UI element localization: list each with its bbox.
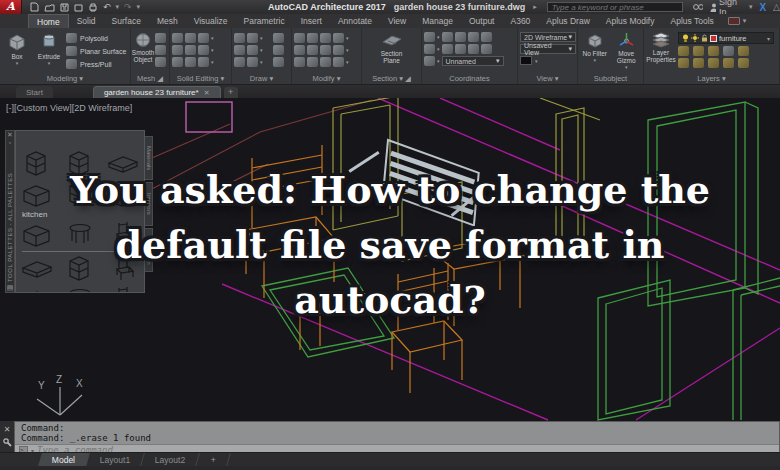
layer-off-icon[interactable] bbox=[708, 46, 719, 56]
layer-dropdown-caret[interactable]: ▾ bbox=[767, 35, 770, 42]
mesh-refine-icon[interactable] bbox=[155, 33, 166, 43]
rotate-icon[interactable] bbox=[307, 33, 318, 43]
hatch-icon[interactable] bbox=[273, 45, 284, 55]
panel-modeling-label[interactable]: Modeling ▾ bbox=[0, 74, 130, 84]
drawing-viewport[interactable]: [-][Custom View][2D Wireframe] ✕ ▫ TOOL … bbox=[0, 98, 780, 421]
no-filter-button[interactable]: No Filter ▾ bbox=[581, 30, 609, 74]
layer-on-bulb-icon[interactable] bbox=[682, 34, 689, 43]
spline-icon[interactable] bbox=[234, 57, 245, 67]
no-filter-caret[interactable]: ▾ bbox=[593, 58, 596, 64]
interfere-icon[interactable] bbox=[185, 45, 196, 55]
smooth-object-button[interactable]: Smooth Object bbox=[133, 30, 153, 74]
ucs-icon-toggle[interactable] bbox=[424, 56, 435, 66]
ucs-name-dropdown[interactable]: Unnamed▾ bbox=[442, 56, 504, 66]
slice-icon[interactable] bbox=[185, 57, 196, 67]
tab-parametric[interactable]: Parametric bbox=[236, 14, 293, 28]
panel-modify-label[interactable]: Modify ▾ bbox=[292, 74, 361, 84]
ribbon-display-caret[interactable]: ▾ bbox=[743, 17, 747, 25]
tab-surface[interactable]: Surface bbox=[104, 14, 149, 28]
plot-icon[interactable] bbox=[88, 3, 98, 12]
command-close-icon[interactable]: ✕ bbox=[4, 425, 11, 434]
scale-icon[interactable] bbox=[307, 45, 318, 55]
view-thumbnail-icon[interactable] bbox=[520, 56, 532, 65]
fillet-icon[interactable] bbox=[333, 45, 344, 55]
copy-icon[interactable] bbox=[333, 33, 344, 43]
press-pull-button[interactable]: Press/Pull bbox=[66, 59, 126, 69]
planar-surface-button[interactable]: Planar Surface bbox=[66, 46, 126, 56]
named-view-dropdown[interactable]: Unsaved View▾ bbox=[520, 44, 576, 54]
visual-style-dropdown[interactable]: 2D Wireframe▾ bbox=[520, 32, 576, 42]
ucs-previous-icon[interactable] bbox=[424, 44, 435, 54]
panel-layers-label[interactable]: Layers ▾ bbox=[644, 74, 779, 84]
polyline-icon[interactable] bbox=[234, 45, 245, 55]
undo-icon[interactable]: ↶ bbox=[103, 2, 111, 12]
panel-section-label[interactable]: Section ▾ ◢ bbox=[362, 74, 421, 84]
tab-aplus-modify[interactable]: Aplus Modify bbox=[598, 14, 663, 28]
mirror-icon[interactable] bbox=[294, 45, 305, 55]
tab-layout1[interactable]: Layout1 bbox=[86, 453, 145, 466]
panel-mesh-label[interactable]: Mesh ◢ bbox=[131, 74, 169, 84]
layer-match-icon[interactable] bbox=[738, 46, 749, 56]
extrude-button[interactable]: Extrude ▾ bbox=[34, 30, 64, 74]
tab-a360[interactable]: A360 bbox=[502, 14, 538, 28]
tab-aplus-tools[interactable]: Aplus Tools bbox=[662, 14, 721, 28]
exchange-search-icon[interactable] bbox=[693, 3, 702, 11]
box-button[interactable]: Box ▾ bbox=[2, 30, 32, 74]
trim-icon[interactable] bbox=[320, 33, 331, 43]
ucs-world-icon[interactable] bbox=[424, 32, 435, 42]
panel-solid-editing-label[interactable]: Solid Editing ▾ bbox=[170, 74, 231, 84]
new-drawing-button[interactable]: + bbox=[224, 87, 238, 98]
taper-faces-icon[interactable] bbox=[198, 45, 209, 55]
ucs-z-axis-icon[interactable] bbox=[455, 32, 466, 42]
panel-view-label[interactable]: View ▾ bbox=[518, 74, 577, 84]
viewport-controls-label[interactable]: [-][Custom View][2D Wireframe] bbox=[6, 103, 132, 113]
fillet-edge-caret[interactable]: ▾ bbox=[211, 35, 222, 41]
autodesk-exchange-icon[interactable]: X bbox=[759, 2, 766, 13]
layer-unisolate-icon[interactable] bbox=[678, 58, 689, 68]
ucs-caret-2[interactable]: ▾ bbox=[437, 46, 440, 52]
layer-unlock-icon[interactable] bbox=[701, 34, 708, 42]
layer-color-swatch[interactable] bbox=[710, 35, 717, 42]
section-plane-button[interactable]: Section Plane bbox=[375, 30, 409, 74]
close-drawing-icon[interactable]: ✕ bbox=[204, 89, 210, 97]
subtract-icon[interactable] bbox=[172, 45, 183, 55]
circle-caret[interactable]: ▾ bbox=[260, 47, 271, 53]
tab-start[interactable]: Start bbox=[16, 86, 53, 98]
layer-dropdown[interactable]: furniture ▾ bbox=[678, 32, 774, 44]
save-icon[interactable] bbox=[60, 3, 69, 12]
tab-annotate[interactable]: Annotate bbox=[330, 14, 380, 28]
line-icon[interactable] bbox=[234, 33, 245, 43]
tab-view[interactable]: View bbox=[380, 14, 414, 28]
ucs-y-icon[interactable] bbox=[468, 44, 479, 54]
tab-insert[interactable]: Insert bbox=[293, 14, 330, 28]
ucs-object-icon[interactable] bbox=[442, 44, 453, 54]
union-icon[interactable] bbox=[172, 33, 183, 43]
arc-icon[interactable] bbox=[247, 33, 258, 43]
command-window[interactable]: Command: Command: _.erase 1 found >_ ▾ bbox=[14, 421, 780, 452]
layer-freeze-icon[interactable] bbox=[693, 46, 704, 56]
arc-caret[interactable]: ▾ bbox=[260, 35, 271, 41]
tab-solid[interactable]: Solid bbox=[69, 14, 104, 28]
help-search-box[interactable] bbox=[547, 2, 684, 12]
box-caret[interactable]: ▾ bbox=[16, 61, 19, 67]
ribbon-display-icon[interactable] bbox=[728, 17, 740, 25]
ellipse-caret[interactable]: ▾ bbox=[260, 59, 271, 65]
layer-isolate-icon[interactable] bbox=[678, 46, 689, 56]
tab-visualize[interactable]: Visualize bbox=[186, 14, 236, 28]
modify-caret-2[interactable]: ▾ bbox=[346, 47, 357, 53]
search-scope-caret[interactable]: ▸ bbox=[533, 3, 537, 11]
separate-icon[interactable] bbox=[198, 57, 209, 67]
offset-icon[interactable] bbox=[320, 57, 331, 67]
layer-unlock-all-icon[interactable] bbox=[738, 58, 749, 68]
layer-on-all-icon[interactable] bbox=[708, 58, 719, 68]
panel-draw-label[interactable]: Draw ▾ bbox=[232, 74, 291, 84]
circle-icon[interactable] bbox=[247, 45, 258, 55]
modify-caret-3[interactable]: ▾ bbox=[346, 59, 357, 65]
command-customize-wrench-icon[interactable] bbox=[3, 438, 12, 447]
explode-icon[interactable] bbox=[307, 57, 318, 67]
tab-manage[interactable]: Manage bbox=[414, 14, 461, 28]
tab-layout2[interactable]: Layout2 bbox=[142, 453, 201, 466]
separate-caret[interactable]: ▾ bbox=[211, 59, 222, 65]
tab-output[interactable]: Output bbox=[461, 14, 503, 28]
save-as-icon[interactable] bbox=[74, 3, 83, 12]
